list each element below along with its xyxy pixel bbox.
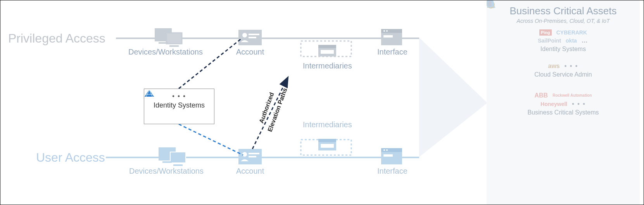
svg-point-37 (383, 149, 385, 151)
label-intermediaries-user: Intermediaries (303, 120, 352, 129)
asset-group-bcs-label: Business Critical Systems (490, 109, 637, 116)
label-account-priv: Account (236, 48, 264, 56)
brand-sailpoint: SailPoint (538, 38, 561, 44)
svg-rect-29 (249, 153, 259, 154)
svg-rect-26 (162, 161, 172, 163)
svg-rect-25 (173, 164, 183, 166)
svg-point-20 (383, 30, 385, 32)
label-devices-priv: Devices/Workstations (128, 48, 203, 56)
label-interface-user: Interface (377, 167, 407, 176)
svg-rect-9 (159, 42, 168, 44)
svg-rect-15 (318, 45, 336, 48)
asset-group-cloud-label: Cloud Service Admin (490, 71, 637, 78)
identity-systems-label: Identity Systems (144, 101, 214, 109)
svg-point-11 (242, 33, 247, 38)
svg-rect-32 (318, 139, 336, 142)
svg-rect-23 (170, 152, 186, 163)
ellipsis-icon: … (582, 37, 589, 44)
assets-title: Business Critical Assets (490, 5, 637, 17)
svg-rect-16 (321, 50, 334, 54)
identity-systems-box: • • • Identity Systems (144, 89, 214, 124)
brand-okta: okta (566, 38, 577, 44)
svg-rect-36 (383, 154, 393, 157)
svg-rect-30 (249, 156, 256, 157)
svg-line-40 (179, 124, 243, 155)
svg-rect-12 (249, 34, 259, 35)
asset-group-identity-label: Identity Systems (490, 46, 637, 53)
svg-rect-19 (383, 35, 393, 38)
svg-rect-7 (166, 33, 182, 44)
ellipsis-icon: • • • (565, 63, 578, 70)
asset-group-bcs: ABB Rockwell Automation Honeywell • • • … (490, 92, 637, 116)
brand-aws: aws (548, 63, 560, 70)
label-intermediaries-priv: Intermediaries (303, 62, 352, 70)
label-devices-user: Devices/Workstations (129, 167, 204, 176)
svg-point-58 (487, 1, 493, 7)
asset-group-identity: Ping CYBERARK SailPoint okta … Identity … (490, 29, 637, 53)
brand-rockwell: Rockwell Automation (552, 94, 592, 97)
svg-marker-0 (419, 38, 487, 157)
brand-cyberark: CYBERARK (556, 29, 587, 36)
identity-ellipsis-icon: • • • (172, 93, 186, 100)
svg-rect-33 (321, 144, 334, 148)
svg-line-39 (179, 39, 241, 89)
assets-panel: Business Critical Assets Across On-Premi… (487, 0, 640, 205)
brand-abb: ABB (535, 92, 548, 99)
label-account-user: Account (236, 167, 264, 176)
assets-subtitle: Across On-Premises, Cloud, OT, & IoT (490, 18, 637, 24)
asset-group-cloud: aws • • • Cloud Service Admin (490, 63, 637, 78)
ellipsis-icon: • • • (572, 101, 586, 108)
svg-rect-13 (249, 37, 256, 38)
svg-marker-45 (145, 90, 154, 97)
brand-honeywell: Honeywell (540, 101, 567, 107)
ge-icon (487, 0, 494, 7)
ad-ds-icon (144, 89, 154, 99)
svg-point-21 (386, 30, 388, 32)
svg-rect-8 (169, 45, 179, 47)
svg-point-38 (386, 149, 388, 151)
brand-ping: Ping (539, 29, 552, 36)
svg-point-28 (242, 152, 247, 157)
label-interface-priv: Interface (377, 48, 407, 56)
